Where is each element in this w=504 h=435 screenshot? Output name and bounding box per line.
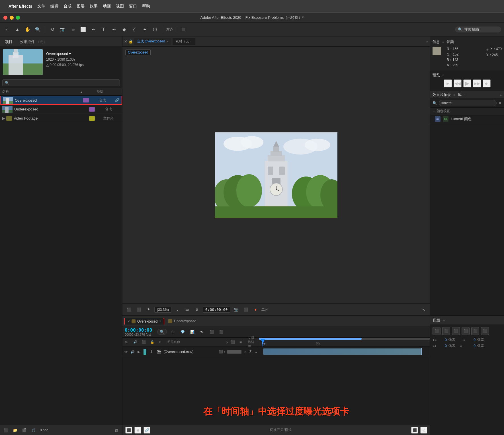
solo-button[interactable]: 🎵 (30, 426, 37, 434)
tl-graph-btn[interactable]: 📊 (189, 328, 196, 336)
comp-timecode[interactable]: 0:00:00:00 (203, 307, 230, 313)
tab-effects-controls[interactable]: 效果控件 （无） (18, 38, 49, 46)
fast-preview[interactable]: 👁 (145, 306, 152, 313)
tl-motion-btn[interactable]: 👁 (198, 328, 206, 336)
tl-fast-preview-btn[interactable]: ⬛ (218, 328, 225, 336)
layer-audio-btn[interactable]: 🔊 (130, 349, 135, 354)
shape-tool[interactable]: ⬜ (79, 25, 87, 34)
project-item-overexposed[interactable]: Overexposed 合成 🔗 (0, 96, 122, 105)
segments-tab-label[interactable]: 段落 (433, 318, 441, 323)
camera-tool[interactable]: 📷 (58, 25, 67, 34)
project-item-underexposed[interactable]: Underexposed 合成 (0, 105, 122, 114)
audio-tab-label[interactable]: 音频 (446, 39, 454, 44)
align-bottom-btn[interactable]: ⬛ (481, 327, 489, 335)
show-snapshot[interactable]: ⬛ (242, 306, 249, 313)
sort-button[interactable]: ▲ (80, 90, 83, 94)
tab-project[interactable]: 项目 (3, 38, 15, 46)
comp-canvas[interactable] (122, 47, 430, 303)
comp-tab-close[interactable]: ≡ (167, 40, 169, 43)
fit-view[interactable]: ⧉ (193, 306, 200, 313)
preview-go-start[interactable]: ⏮ (444, 79, 452, 87)
layer-name[interactable]: [Overexposed.mov] (164, 350, 218, 354)
timeline-scrollbar[interactable] (259, 338, 430, 340)
hand-tool[interactable]: ✋ (23, 25, 32, 34)
timeline-playhead[interactable] (263, 340, 263, 346)
snap-button[interactable]: ⬛ (125, 306, 133, 313)
zoom-selector[interactable]: (33.3%) (154, 307, 171, 313)
maximize-button[interactable] (16, 16, 20, 20)
info-tab-label[interactable]: 信息 (433, 39, 440, 44)
item-options-icon[interactable]: 🔗 (115, 98, 119, 102)
margin-left-val[interactable]: 0 (467, 344, 476, 348)
menu-composition[interactable]: 合成 (63, 4, 71, 9)
margin-top-val[interactable]: 0 (438, 338, 447, 342)
zoom-down[interactable]: ⌄ (174, 306, 181, 313)
lock-comp-icon[interactable]: 🔒 (128, 39, 133, 44)
color-mode[interactable]: ● (252, 306, 259, 313)
timeline-tab-close-x[interactable]: ✕ (128, 320, 130, 323)
menu-view[interactable]: 视图 (116, 4, 124, 9)
comp-tab-material[interactable]: 素材（无） (173, 38, 195, 45)
paint-tool[interactable]: 🖊 (130, 25, 139, 34)
margin-right-val[interactable]: 0 (467, 338, 476, 342)
preview-go-end[interactable]: ⏭ (483, 79, 491, 87)
search-input[interactable] (464, 27, 498, 32)
fit-button[interactable]: ▭ (183, 306, 191, 313)
zoom-tool[interactable]: 🔍 (34, 25, 42, 34)
select-tool[interactable]: ▲ (13, 25, 22, 34)
align-center-h-btn[interactable]: ⬛ (442, 327, 450, 335)
clone-tool[interactable]: ✒ (110, 25, 118, 34)
home-button[interactable]: ⌂ (3, 25, 11, 34)
align-left-btn[interactable]: ⬛ (433, 327, 441, 335)
undo-tool[interactable]: ↺ (48, 25, 57, 34)
new-comp-button[interactable]: ⬛ (2, 426, 10, 434)
search-project-bottom[interactable]: 🎬 (21, 426, 28, 434)
preview-play[interactable]: ▶ (463, 79, 471, 87)
menu-file[interactable]: 文件 (37, 4, 45, 9)
go-end[interactable]: ◎ (420, 427, 427, 434)
new-folder-button[interactable]: 📁 (11, 426, 19, 434)
preview-button[interactable]: ⬛ (179, 25, 188, 34)
minimize-button[interactable] (10, 16, 14, 20)
lib-tab-label[interactable]: 库 (458, 92, 462, 97)
project-item-video-footage[interactable]: ▶ Video Footage 文件夹 (0, 114, 122, 123)
new-comp-bottom[interactable]: ⬛ (125, 427, 132, 434)
layer-expand-btn[interactable]: ▶ (136, 349, 141, 354)
mask-rect-tool[interactable]: ▭ (69, 25, 77, 34)
align-right-btn[interactable]: ⬛ (452, 327, 460, 335)
menu-after-effects[interactable]: After Effects (9, 4, 32, 9)
switch-mode-label[interactable]: 切换开关/模式 (153, 428, 409, 432)
pen-tool[interactable]: ✒ (89, 25, 98, 34)
layer-parent-btn[interactable]: ⬛ (219, 350, 223, 354)
close-button[interactable] (3, 16, 7, 20)
window-controls[interactable] (3, 16, 20, 20)
comp-tab-overexposed[interactable]: 合成 Overexposed ≡ (134, 38, 171, 45)
margin-bottom-val[interactable]: 0 (438, 344, 447, 348)
effects-category-color[interactable]: ⌄ 颜色校正 (430, 108, 504, 115)
preview-tab-label[interactable]: 预览 (433, 73, 440, 78)
project-search-field[interactable]: 🔍 (2, 79, 120, 86)
tl-draft-btn[interactable]: ⬛ (208, 328, 215, 336)
menu-edit[interactable]: 编辑 (50, 4, 58, 9)
timeline-tab-underexposed[interactable]: Underexposed (165, 318, 199, 324)
go-home[interactable]: ⬛ (411, 427, 418, 434)
close-comp-icon[interactable]: ✕ (124, 39, 127, 44)
layer-keyframe-area[interactable] (259, 347, 430, 357)
menu-window[interactable]: 窗口 (129, 4, 137, 9)
tl-snap-btn[interactable]: ⬡ (169, 328, 177, 336)
effects-clear-btn[interactable]: ✕ (498, 101, 502, 105)
timeline-opts[interactable]: ◉ (134, 427, 141, 434)
timeline-tab-overexposed[interactable]: ✕ Overexposed ≡ (124, 318, 164, 325)
menu-layer[interactable]: 图层 (77, 4, 85, 9)
view-options[interactable]: ⬛ (135, 306, 142, 313)
preview-step-fwd[interactable]: ▶▶ (473, 79, 481, 87)
preview-step-back[interactable]: ◀◀ (454, 79, 462, 87)
menu-help[interactable]: 帮助 (142, 4, 150, 9)
expand-icon[interactable]: ▶ (2, 116, 5, 120)
timeline-scrollbar-thumb[interactable] (259, 338, 362, 340)
effects-search-input[interactable] (439, 100, 497, 106)
tab-menu-icon[interactable]: ≡ (159, 320, 161, 323)
effects-tab-label[interactable]: 效果和预设 (433, 92, 451, 97)
expand-viewer[interactable]: ⤡ (420, 306, 427, 313)
text-tool[interactable]: T (99, 25, 108, 34)
